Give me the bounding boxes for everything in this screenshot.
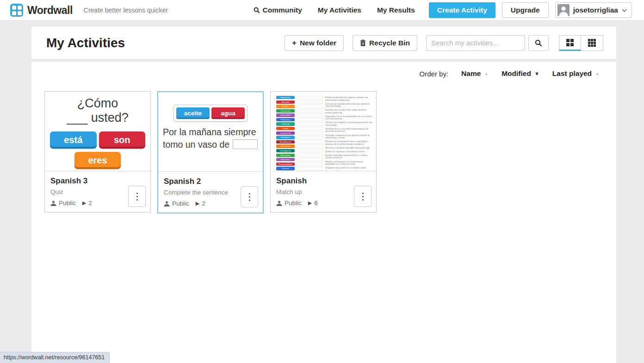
matchup-answer-slot xyxy=(297,131,323,135)
matchup-answer-slot xyxy=(297,144,323,148)
activity-thumbnail[interactable]: ¿Cómo ___ usted? está son eres xyxy=(45,92,150,171)
play-count: 2 xyxy=(88,200,92,207)
matchup-keyword-chip: Rehabilitación xyxy=(276,140,295,144)
matchup-keyword-chip: Especialista xyxy=(276,154,295,157)
sentence-text: Por la mañana siempre tomo un vaso de xyxy=(163,126,263,151)
nav-link-my-activities[interactable]: My Activities xyxy=(318,6,361,14)
card-menu-button[interactable] xyxy=(128,186,146,207)
matchup-answer-slot xyxy=(297,113,323,117)
quiz-answers: está son xyxy=(45,131,150,149)
card-footer: Spanish 3 Quiz Public xyxy=(45,171,150,212)
matchup-definition: Actividad o tratamiento que ayuda a mejo… xyxy=(325,134,372,139)
order-by-label: Order by: xyxy=(420,70,449,78)
matchup-answer-slot xyxy=(297,149,323,152)
play-count: 2 xyxy=(202,200,205,207)
matchup-keyword-chip: Pronóstico xyxy=(276,136,295,139)
quiz-answer-button: son xyxy=(99,131,146,149)
matchup-definition: Obligación de cumplir con un deber o tar… xyxy=(325,167,372,169)
matchup-answer-slot xyxy=(297,136,323,139)
answer-blank xyxy=(233,139,258,149)
grid-large-view-button[interactable] xyxy=(559,35,581,51)
view-toggle xyxy=(559,35,603,51)
quiz-answer-button: eres xyxy=(74,152,121,169)
word-bank-item: aceite xyxy=(176,107,210,119)
matchup-keyword-chip: Confianza xyxy=(276,122,295,125)
chevron-down-icon xyxy=(622,9,627,12)
trash-icon xyxy=(360,39,366,46)
status-bar-url: https://wordwall.net/resource/96147651 xyxy=(0,352,110,363)
matchup-definition: Decisión que se hace entre varias opcion… xyxy=(325,109,372,114)
wordwall-logo[interactable]: Wordwall xyxy=(10,4,73,17)
upgrade-button[interactable]: Upgrade xyxy=(502,2,549,18)
visibility-label: Public xyxy=(59,200,76,207)
search-input[interactable] xyxy=(426,35,525,51)
new-folder-label: New folder xyxy=(300,39,336,47)
brand-name: Wordwall xyxy=(27,4,73,17)
person-icon xyxy=(50,200,56,206)
matchup-keyword-chip: Terapia xyxy=(276,127,295,130)
matchup-definition: Problema adicional que aparece durante u… xyxy=(325,96,372,101)
matchup-keyword-chip: Tratamiento xyxy=(276,144,295,148)
create-activity-button[interactable]: Create Activity xyxy=(429,2,495,18)
matchup-answer-slot xyxy=(297,105,323,108)
matchup-answer-slot xyxy=(297,122,323,125)
activities-header-panel: My Activities + New folder Recycle B xyxy=(31,27,616,59)
matchup-answer-slot xyxy=(297,100,323,104)
order-by-options: Name▲Modified▼Last played▲ xyxy=(461,69,600,78)
nav-link-my-results[interactable]: My Results xyxy=(377,6,415,14)
user-avatar xyxy=(557,4,570,16)
nav-link-label: My Results xyxy=(377,6,415,14)
matchup-keywords: DiagnósticoAnsiedadDesafíoPrevenciónOpor… xyxy=(276,96,295,171)
user-menu-button[interactable]: josetorrigliaa xyxy=(555,2,632,18)
matchup-answer-slot xyxy=(297,127,323,130)
recycle-bin-button[interactable]: Recycle Bin xyxy=(353,35,417,51)
wordwall-logo-icon xyxy=(10,4,23,17)
wordwall-app: Wordwall Create better lessons quicker C… xyxy=(0,0,644,363)
activity-title[interactable]: Spanish xyxy=(276,176,371,186)
activity-thumbnail[interactable]: DiagnósticoAnsiedadDesafíoPrevenciónOpor… xyxy=(271,92,376,171)
matchup-keyword-chip: Responsabilidad xyxy=(276,163,295,166)
matchup-keyword-chip: Desafío xyxy=(276,105,295,108)
activity-thumbnail[interactable]: aceite agua Por la mañana siempre tomo u… xyxy=(158,92,263,172)
matchup-keyword-chip: Oportunidad xyxy=(276,113,295,117)
page-title: My Activities xyxy=(46,36,125,50)
matchup-answer-slot xyxy=(297,158,323,161)
visibility-label: Public xyxy=(172,200,189,207)
plus-icon: + xyxy=(292,39,297,47)
matchup-answer-slot xyxy=(297,118,323,121)
activities-main-panel: Order by: Name▲Modified▼Last played▲ ¿Có… xyxy=(31,62,616,363)
matchup-definition: Estado de inquietud o nerviosismo intern… xyxy=(325,150,372,153)
play-count: 6 xyxy=(314,200,318,207)
search-icon xyxy=(535,39,542,47)
matchup-definition: Conjunto de cuidados y medicinas para cu… xyxy=(325,121,372,126)
matchup-answer-slot xyxy=(297,109,323,113)
matchup-definition: Momento o situación favorable para logra… xyxy=(325,147,372,150)
visibility-label: Public xyxy=(285,200,302,207)
new-folder-button[interactable]: + New folder xyxy=(285,35,344,51)
search-button[interactable] xyxy=(528,35,549,51)
matchup-keyword-chip: Investigación xyxy=(276,149,295,152)
top-navbar: Wordwall Create better lessons quicker C… xyxy=(0,0,644,21)
quiz-question: ¿Cómo ___ usted? xyxy=(45,96,150,125)
play-count-icon: ▶ xyxy=(82,200,86,206)
matchup-definition: Conjunto de medidas para evitar que apar… xyxy=(325,103,372,108)
grid-small-icon xyxy=(588,39,596,47)
grid-small-view-button[interactable] xyxy=(581,35,603,51)
matchup-keyword-chip: Preferencia xyxy=(276,118,295,121)
matchup-keyword-chip: Diagnóstico xyxy=(276,96,295,99)
sort-up-icon: ▲ xyxy=(595,71,600,76)
activity-title[interactable]: Spanish 3 xyxy=(50,176,145,186)
card-menu-button[interactable] xyxy=(354,186,372,207)
matchup-keyword-chip: Ansiedad xyxy=(276,100,295,104)
sort-option-last-played[interactable]: Last played▲ xyxy=(552,69,600,78)
sort-option-name[interactable]: Name▲ xyxy=(461,69,489,78)
nav-link-community[interactable]: Community xyxy=(254,6,302,14)
card-footer: Spanish Match up Public xyxy=(271,171,376,212)
matchup-definition: Identificación de una enfermedad después… xyxy=(325,128,372,133)
card-menu-button[interactable] xyxy=(241,186,258,207)
person-icon xyxy=(164,201,170,207)
sort-down-icon: ▼ xyxy=(534,71,539,76)
tagline: Create better lessons quicker xyxy=(84,6,168,14)
activity-title[interactable]: Spanish 2 xyxy=(164,177,257,186)
sort-option-modified[interactable]: Modified▼ xyxy=(502,69,539,78)
